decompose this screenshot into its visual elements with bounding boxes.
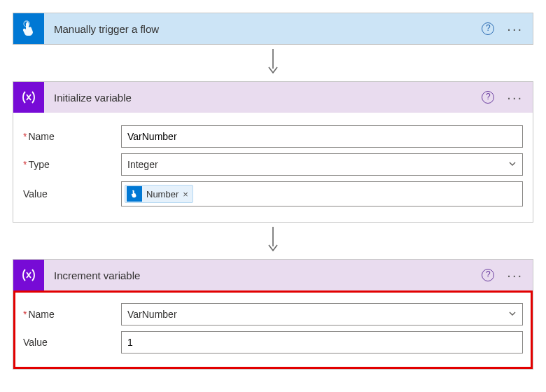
value-input[interactable]: Number ×	[121, 181, 523, 206]
name-label: *Name	[23, 131, 121, 142]
variable-icon	[13, 260, 44, 290]
touch-icon	[13, 13, 44, 44]
trigger-card: Manually trigger a flow ? ···	[13, 13, 533, 45]
initialize-variable-body: *Name *Type Integer Value Number ×	[13, 113, 533, 222]
trigger-header[interactable]: Manually trigger a flow ? ···	[13, 13, 533, 44]
name-input-wrap	[121, 125, 523, 148]
value-label: Value	[23, 188, 121, 200]
value-label: Value	[23, 337, 121, 348]
value-row: Value Number ×	[23, 181, 523, 206]
type-label: *Type	[23, 159, 121, 170]
increment-variable-card: Increment variable ? ··· *Name VarNumber…	[13, 259, 533, 370]
help-icon[interactable]: ?	[482, 22, 494, 35]
help-icon[interactable]: ?	[482, 269, 494, 281]
more-icon[interactable]: ···	[504, 272, 526, 279]
connector-arrow	[13, 45, 533, 81]
initialize-variable-card: Initialize variable ? ··· *Name *Type In…	[13, 81, 533, 223]
name-label-text: Name	[28, 309, 54, 320]
name-label-text: Name	[28, 131, 54, 142]
value-input-wrap	[121, 331, 523, 354]
increment-variable-title: Increment variable	[44, 270, 482, 281]
type-value: Integer	[127, 159, 158, 170]
value-row: Value	[23, 331, 523, 354]
connector-arrow	[13, 223, 533, 259]
more-icon[interactable]: ···	[504, 94, 526, 101]
name-row: *Name VarNumber	[23, 303, 523, 326]
more-icon[interactable]: ···	[504, 25, 526, 32]
type-row: *Type Integer	[23, 153, 523, 176]
chevron-down-icon	[508, 159, 517, 170]
increment-variable-body: *Name VarNumber Value	[13, 290, 533, 369]
variable-icon	[13, 82, 44, 113]
help-icon[interactable]: ?	[482, 91, 494, 104]
touch-icon	[127, 186, 142, 202]
token-remove-icon[interactable]: ×	[183, 189, 188, 200]
name-row: *Name	[23, 125, 523, 148]
initialize-variable-title: Initialize variable	[44, 92, 482, 104]
type-select[interactable]: Integer	[121, 153, 523, 176]
chevron-down-icon	[508, 309, 517, 320]
name-value: VarNumber	[127, 309, 177, 320]
trigger-title: Manually trigger a flow	[44, 23, 482, 35]
name-select[interactable]: VarNumber	[121, 303, 523, 326]
token-label: Number	[146, 189, 178, 200]
name-input[interactable]	[127, 131, 517, 142]
type-label-text: Type	[28, 159, 49, 170]
increment-variable-header[interactable]: Increment variable ? ···	[13, 260, 533, 290]
name-label: *Name	[23, 309, 121, 320]
value-input[interactable]	[127, 337, 517, 348]
dynamic-token[interactable]: Number ×	[125, 185, 193, 203]
initialize-variable-header[interactable]: Initialize variable ? ···	[13, 82, 533, 113]
